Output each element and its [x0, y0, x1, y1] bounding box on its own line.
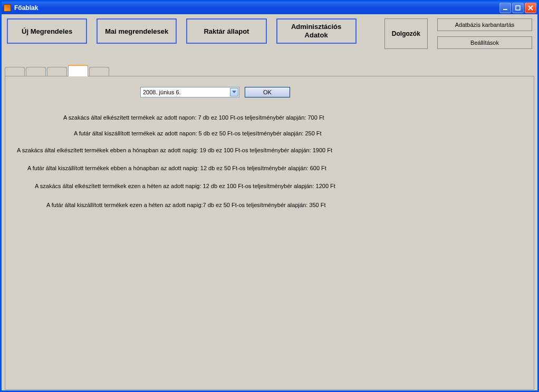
todays-orders-button[interactable]: Mai megrendelesek — [97, 18, 177, 44]
close-icon — [528, 5, 533, 11]
date-picker-value: 2008. június 6. — [143, 89, 181, 95]
report-line-5: A szakács által elkészített termékek eze… — [35, 183, 335, 189]
admin-data-label-1: Adminisztációs — [291, 23, 341, 31]
employees-button[interactable]: Dolgozók — [384, 18, 428, 49]
ok-button[interactable]: OK — [245, 87, 290, 97]
minimize-icon — [503, 5, 508, 11]
new-order-label: Új Megrendeles — [22, 27, 72, 35]
report-line-1: A szakács által elkészített termékek az … — [63, 114, 324, 121]
toolbar: Új Megrendeles Mai megrendelesek Raktár … — [2, 14, 537, 50]
report-line-4: A futár által kiszállított termékek ebbe… — [27, 165, 326, 171]
tab-4[interactable] — [68, 65, 88, 76]
maximize-button[interactable] — [512, 3, 524, 13]
admin-data-button[interactable]: Adminisztációs Adatok — [276, 18, 357, 44]
new-order-button[interactable]: Új Megrendeles — [7, 18, 87, 44]
chevron-down-icon — [232, 91, 236, 94]
window-title: Főablak — [14, 4, 38, 12]
admin-data-label-2: Adatok — [305, 31, 328, 40]
maximize-icon — [515, 5, 521, 11]
svg-rect-0 — [503, 9, 507, 10]
tab-3[interactable] — [47, 67, 67, 76]
tabstrip — [5, 65, 537, 76]
minimize-button[interactable] — [499, 3, 511, 13]
tab-1[interactable] — [5, 67, 25, 76]
settings-label: Beállítások — [470, 40, 499, 46]
svg-marker-4 — [232, 91, 236, 93]
warehouse-status-button[interactable]: Raktár állapot — [186, 18, 266, 44]
tab-panel: 2008. június 6. OK A szakács által elkés… — [5, 76, 534, 390]
todays-orders-label: Mai megrendelesek — [105, 27, 168, 35]
titlebar: Főablak — [2, 2, 537, 14]
date-row: 2008. június 6. OK — [140, 87, 290, 97]
date-picker[interactable]: 2008. június 6. — [140, 87, 239, 97]
report-line-2: A futár által kiszállított termékek az a… — [74, 130, 322, 136]
db-maintenance-button[interactable]: Adatbázis karbantartás — [437, 18, 532, 31]
report-line-3: A szakács által elkészített termékek ebb… — [17, 147, 332, 153]
window-controls — [499, 3, 537, 13]
side-buttons: Adatbázis karbantartás Beállítások — [437, 18, 532, 49]
db-maintenance-label: Adatbázis karbantartás — [455, 22, 515, 28]
main-window: Főablak Új Megrendeles Mai megrendelesek… — [0, 0, 539, 392]
date-dropdown-arrow[interactable] — [230, 88, 238, 96]
tab-5[interactable] — [89, 67, 109, 76]
employees-label: Dolgozók — [392, 30, 420, 37]
app-icon — [4, 4, 11, 12]
ok-label: OK — [263, 89, 272, 95]
settings-button[interactable]: Beállítások — [437, 36, 532, 49]
report-line-6: A futár által kiszállított termékek ezen… — [46, 202, 326, 208]
warehouse-status-label: Raktár állapot — [204, 27, 249, 35]
close-button[interactable] — [525, 3, 536, 13]
tab-2[interactable] — [26, 67, 46, 76]
svg-rect-1 — [516, 6, 520, 10]
